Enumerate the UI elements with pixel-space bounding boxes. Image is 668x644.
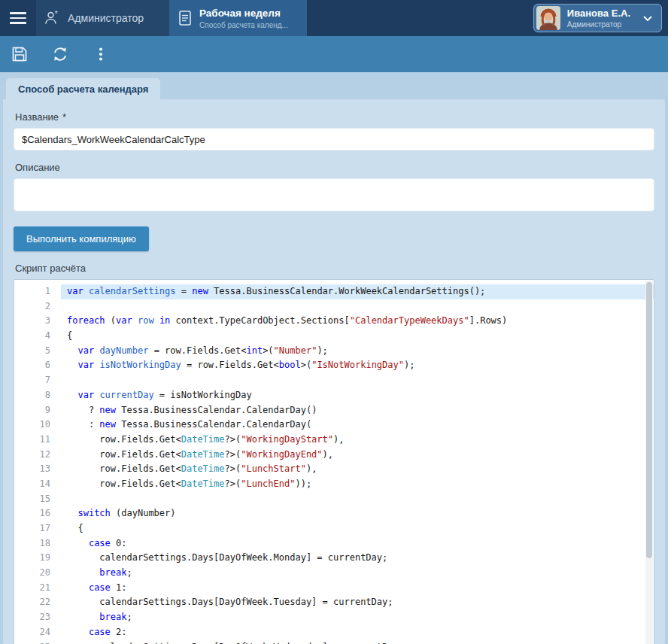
line-number: 10	[14, 418, 50, 433]
line-number: 23	[14, 610, 50, 625]
user-name: Иванова Е.А.	[567, 8, 630, 19]
script-label: Скрипт расчёта	[15, 263, 653, 274]
card-panel: Название* Описание Выполнить компиляцию …	[3, 99, 665, 644]
refresh-icon[interactable]	[50, 44, 71, 65]
line-number: 19	[14, 551, 50, 566]
line-number: 6	[14, 358, 50, 373]
code-line[interactable]: switch (dayNumber)	[61, 506, 654, 521]
content-area: Способ расчета календаря Название* Описа…	[0, 72, 668, 644]
code-line[interactable]	[61, 299, 654, 314]
code-line[interactable]	[61, 492, 654, 507]
code-line[interactable]: {	[61, 521, 654, 536]
code-line[interactable]: {	[61, 329, 654, 344]
code-lines[interactable]: var calendarSettings = new Tessa.Busines…	[61, 280, 654, 644]
line-number: 25	[14, 640, 50, 644]
line-number: 2	[14, 299, 50, 314]
tab-calendar-calc-method[interactable]: Способ расчета календаря	[6, 78, 160, 99]
line-number: 11	[14, 433, 50, 448]
line-number: 8	[14, 388, 50, 403]
code-line[interactable]: calendarSettings.Days[DayOfWeek.Monday] …	[61, 551, 654, 566]
document-icon	[178, 10, 192, 26]
editor-scrollbar[interactable]	[645, 281, 653, 644]
line-number: 20	[14, 566, 50, 581]
name-label: Название*	[15, 111, 653, 123]
code-line[interactable]: calendarSettings.Days[DayOfWeek.Tuesday]…	[61, 595, 654, 610]
line-number: 17	[14, 521, 50, 536]
active-tab-subtitle: Способ расчета календ...	[199, 21, 288, 29]
chevron-down-icon	[643, 16, 652, 21]
user-role: Администратор	[567, 20, 630, 29]
name-input[interactable]	[14, 128, 654, 150]
code-line[interactable]: var isNotWorkingDay = row.Fields.Get<boo…	[61, 358, 654, 373]
kebab-menu-icon[interactable]	[90, 44, 111, 65]
line-number: 15	[14, 492, 50, 507]
code-line[interactable]: case 1:	[61, 581, 654, 596]
code-line[interactable]: row.Fields.Get<DateTime?>("LunchStart"),	[61, 462, 654, 477]
avatar	[536, 6, 560, 30]
code-line[interactable]: case 0:	[61, 536, 654, 551]
editor-scrollbar-thumb[interactable]	[646, 282, 652, 558]
user-asterisk-icon: *	[44, 10, 60, 26]
line-number: 3	[14, 314, 50, 329]
code-line[interactable]: row.Fields.Get<DateTime?>("WorkingDayEnd…	[61, 448, 654, 463]
line-number: 1	[14, 284, 50, 299]
code-line[interactable]: break;	[61, 610, 654, 625]
required-mark: *	[62, 111, 66, 123]
code-line[interactable]	[61, 373, 654, 388]
card-toolbar	[0, 36, 668, 72]
line-number: 5	[14, 344, 50, 359]
code-line[interactable]: row.Fields.Get<DateTime?>("LunchEnd"));	[61, 477, 654, 492]
tab-working-week[interactable]: Рабочая неделя Способ расчета календ...	[169, 0, 307, 36]
user-menu[interactable]: Иванова Е.А. Администратор	[533, 4, 662, 32]
line-number: 16	[14, 506, 50, 521]
administrator-tab-label: Администратор	[68, 12, 144, 24]
line-number: 14	[14, 477, 50, 492]
code-line[interactable]: foreach (var row in context.TypeCardObje…	[61, 314, 654, 329]
code-line[interactable]: var calendarSettings = new Tessa.Busines…	[61, 284, 654, 299]
description-input[interactable]	[14, 178, 654, 211]
line-number: 21	[14, 581, 50, 596]
code-line[interactable]: var dayNumber = row.Fields.Get<int>("Num…	[61, 344, 654, 359]
code-line[interactable]: row.Fields.Get<DateTime?>("WorkingDaySta…	[61, 433, 654, 448]
line-number: 4	[14, 329, 50, 344]
line-number: 12	[14, 448, 50, 463]
hamburger-menu-icon[interactable]	[0, 0, 36, 36]
code-line[interactable]: calendarSettings.Days[DayOfWeek.Wednesda…	[61, 640, 654, 644]
tab-administrator[interactable]: * Администратор	[36, 0, 169, 36]
code-line[interactable]: break;	[61, 566, 654, 581]
line-number: 22	[14, 595, 50, 610]
description-label: Описание	[15, 162, 653, 173]
line-number: 24	[14, 625, 50, 640]
code-line[interactable]: case 2:	[61, 625, 654, 640]
code-line[interactable]: var currentDay = isNotWorkingDay	[61, 388, 654, 403]
svg-text:*: *	[55, 10, 59, 18]
line-number: 13	[14, 462, 50, 477]
code-gutter: 1234567891011121314151617181920212223242…	[14, 280, 61, 644]
compile-button[interactable]: Выполнить компиляцию	[14, 226, 149, 251]
line-number: 7	[14, 373, 50, 388]
top-bar: * Администратор Рабочая неделя Способ ра…	[0, 0, 668, 36]
save-icon[interactable]	[9, 44, 30, 65]
line-number: 9	[14, 403, 50, 418]
code-line[interactable]: ? new Tessa.BusinessCalendar.CalendarDay…	[61, 403, 654, 418]
script-code-editor[interactable]: 1234567891011121314151617181920212223242…	[14, 279, 654, 644]
line-number: 18	[14, 536, 50, 551]
active-tab-title: Рабочая неделя	[199, 8, 288, 19]
code-line[interactable]: : new Tessa.BusinessCalendar.CalendarDay…	[61, 418, 654, 433]
